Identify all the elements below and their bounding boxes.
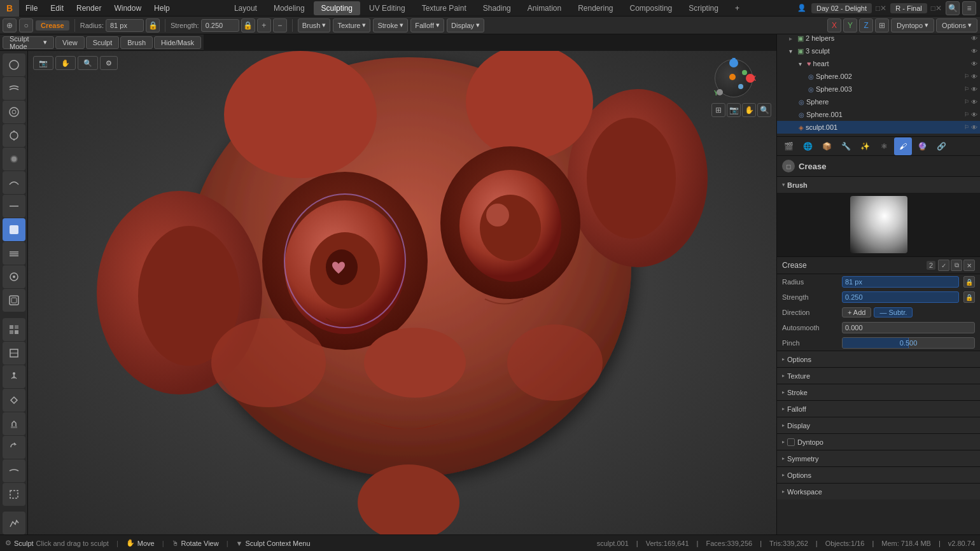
sculpt-btn[interactable]: Sculpt: [86, 36, 120, 49]
thumb-btn[interactable]: [3, 412, 25, 435]
fill-brush-btn[interactable]: [3, 265, 25, 288]
props-physics-icon[interactable]: ⚛: [875, 137, 893, 155]
radius-lock-btn[interactable]: 🔒: [963, 276, 975, 288]
props-material-icon[interactable]: 🔮: [913, 137, 931, 155]
props-particles-icon[interactable]: ✨: [856, 137, 874, 155]
multires-btn[interactable]: [3, 342, 25, 365]
nudge-btn[interactable]: [3, 389, 25, 412]
rotate-btn[interactable]: [3, 436, 25, 459]
tab-rendering[interactable]: Rendering: [570, 1, 620, 15]
props-data-icon[interactable]: 🖌: [894, 137, 912, 155]
menu-edit[interactable]: Edit: [44, 0, 70, 16]
texture-section[interactable]: ▸ Texture: [777, 367, 980, 384]
crease-brush-btn[interactable]: [3, 218, 25, 241]
props-scene-icon[interactable]: 🎬: [780, 137, 797, 155]
search-button[interactable]: 🔍: [946, 1, 960, 15]
options-section[interactable]: ▸ Options: [777, 351, 980, 367]
tree-item-heart[interactable]: ▾ ♥ heart 👁: [777, 57, 980, 70]
props-constraint-icon[interactable]: 🔗: [932, 137, 950, 155]
falloff-dropdown[interactable]: Falloff▾: [410, 18, 444, 32]
tab-sculpting[interactable]: Sculpting: [314, 1, 360, 15]
texture-dropdown[interactable]: Texture▾: [333, 18, 370, 32]
xyz-toggle-z[interactable]: Z: [859, 18, 873, 32]
tree-item-sphere003[interactable]: ◎ Sphere.003 ⚐ 👁: [777, 83, 980, 95]
dyntopo-section[interactable]: ▸ Dyntopo: [777, 433, 980, 450]
grab-brush-btn[interactable]: [3, 148, 25, 171]
stroke-section[interactable]: ▸ Stroke: [777, 384, 980, 400]
radius-lock[interactable]: 🔒: [146, 18, 160, 32]
3d-viewport[interactable]: 📷 ✋ 🔍 ⚙ Z X Y: [28, 51, 776, 534]
hide-mask-btn[interactable]: Hide/Mask: [154, 36, 201, 49]
display-section[interactable]: ▸ Display: [777, 417, 980, 433]
viewport-hand-btn[interactable]: ✋: [55, 56, 76, 70]
menu-window[interactable]: Window: [108, 0, 148, 16]
tab-shading[interactable]: Shading: [475, 1, 519, 15]
pose-brush-btn[interactable]: [3, 365, 25, 388]
options-dropdown[interactable]: Options▾: [936, 18, 977, 32]
tree-item-sculpt[interactable]: ▾ ▣ 3 sculpt 👁: [777, 45, 980, 57]
xyz-toggle-x[interactable]: X: [827, 18, 841, 32]
layer-brush-btn[interactable]: [3, 171, 25, 194]
tab-layout[interactable]: Layout: [227, 1, 265, 15]
props-world-icon[interactable]: 🌐: [799, 137, 816, 155]
gizmo-x-dot[interactable]: [746, 74, 755, 83]
stroke-dropdown[interactable]: Stroke▾: [373, 18, 408, 32]
radius-prop-value[interactable]: 81 px: [842, 276, 959, 288]
pinch-slider[interactable]: 0.500: [842, 337, 975, 349]
annotate-btn[interactable]: [3, 512, 25, 534]
strength-prop-value[interactable]: 0.250: [842, 291, 959, 303]
filter-button[interactable]: ≡: [962, 1, 976, 15]
dyntopo-dropdown[interactable]: Dyntopo▾: [891, 18, 934, 32]
viewport-grid-btn[interactable]: ⊞: [711, 103, 725, 117]
tab-modeling[interactable]: Modeling: [266, 1, 312, 15]
viewport-move-btn[interactable]: ✋: [742, 103, 756, 117]
tab-add[interactable]: +: [727, 1, 747, 15]
smooth-brush-btn[interactable]: [3, 77, 25, 100]
toolbar-icon1[interactable]: ⊕: [3, 18, 17, 32]
menu-help[interactable]: Help: [148, 0, 176, 16]
dyntopo-checkbox[interactable]: [787, 438, 795, 446]
options2-section[interactable]: ▸ Options: [777, 466, 980, 483]
menu-file[interactable]: File: [19, 0, 44, 16]
workspace-section[interactable]: ▸ Workspace: [777, 483, 980, 499]
slide-relax-btn[interactable]: [3, 459, 25, 482]
tree-item-sphere002[interactable]: ◎ Sphere.002 ⚐ 👁: [777, 70, 980, 83]
scene-name[interactable]: Day 02 - Delight: [811, 3, 872, 13]
strength-lock-btn[interactable]: 🔒: [963, 291, 975, 303]
strength-input[interactable]: 0.250: [201, 19, 239, 32]
crease-check-btn[interactable]: ✓: [938, 260, 949, 271]
direction-add-btn[interactable]: + Add: [842, 307, 871, 317]
boundary-btn[interactable]: [3, 483, 25, 506]
radius-input[interactable]: 81 px: [106, 19, 144, 32]
tree-item-sphere001[interactable]: ◎ Sphere.001 ⚐ 👁: [777, 108, 980, 121]
brush-name-label[interactable]: Crease: [36, 20, 69, 31]
grid-view[interactable]: ⊞: [875, 18, 889, 32]
tree-item-sculpt001[interactable]: ◈ sculpt.001 ⚐ 👁: [777, 121, 980, 134]
brush-dropdown[interactable]: Brush▾: [298, 18, 331, 32]
navigation-gizmo[interactable]: Z X Y: [711, 56, 756, 101]
render-name[interactable]: R - Final: [890, 3, 927, 13]
viewport-camera2-btn[interactable]: ⚙: [100, 56, 118, 70]
brush-btn[interactable]: Brush: [120, 36, 153, 49]
tab-compositing[interactable]: Compositing: [622, 1, 680, 15]
tab-uv-editing[interactable]: UV Editing: [361, 1, 413, 15]
crease-copy-btn[interactable]: ⧉: [951, 260, 962, 271]
xyz-toggle-y[interactable]: Y: [843, 18, 857, 32]
draw-brush-btn[interactable]: [3, 53, 25, 76]
pinch-brush-btn[interactable]: [3, 101, 25, 123]
direction-subtract-btn[interactable]: — Subtr.: [874, 307, 913, 317]
view-btn[interactable]: View: [55, 36, 85, 49]
scrape-brush-btn[interactable]: [3, 242, 25, 265]
tab-texture-paint[interactable]: Texture Paint: [414, 1, 474, 15]
brush-section-header[interactable]: ▾ Brush: [777, 176, 980, 193]
strength-add[interactable]: +: [257, 18, 271, 32]
toolbar-icon2[interactable]: ○: [19, 18, 33, 32]
crease-close-btn[interactable]: ✕: [963, 260, 975, 271]
draw-face-sets-btn[interactable]: [3, 318, 25, 341]
mask-brush-btn[interactable]: [3, 289, 25, 312]
tab-animation[interactable]: Animation: [520, 1, 569, 15]
symmetry-section[interactable]: ▸ Symmetry: [777, 450, 980, 466]
viewport-camera-btn[interactable]: 📷: [33, 56, 53, 70]
strength-sub[interactable]: −: [273, 18, 287, 32]
falloff-section[interactable]: ▸ Falloff: [777, 400, 980, 417]
